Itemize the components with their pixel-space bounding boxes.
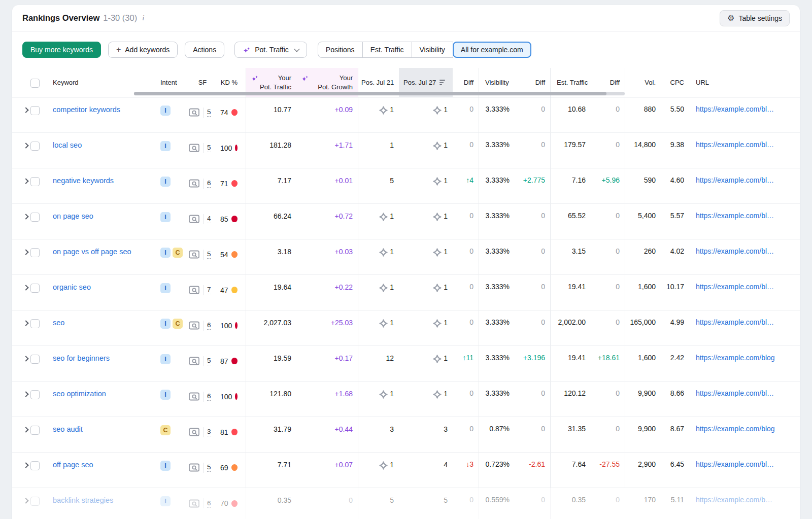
- keyword-link[interactable]: competitor keywords: [53, 105, 120, 114]
- url-link[interactable]: https://example.com/bl…: [696, 141, 774, 149]
- url-link[interactable]: https://example.com/bl…: [696, 389, 774, 397]
- keyword-link[interactable]: on page seo: [53, 212, 93, 220]
- view-tab-positions[interactable]: Positions: [318, 42, 363, 58]
- keyword-link[interactable]: local seo: [53, 141, 82, 149]
- sf-count[interactable]: 5: [207, 108, 211, 117]
- metric-dropdown[interactable]: Pot. Traffic: [234, 42, 307, 58]
- row-checkbox[interactable]: [30, 355, 40, 364]
- keyword-link[interactable]: seo: [53, 318, 64, 327]
- view-tab-visibility[interactable]: Visibility: [412, 42, 453, 58]
- column-header-cpc[interactable]: CPC: [661, 68, 689, 97]
- sf-count[interactable]: 6: [207, 321, 211, 330]
- pos-jul27-cell: 1: [399, 97, 453, 132]
- sf-count[interactable]: 6: [207, 499, 211, 508]
- sf-count[interactable]: 7: [207, 286, 211, 294]
- url-link[interactable]: https://example.com/bl…: [696, 318, 774, 326]
- url-link[interactable]: https://example.com/b…: [696, 496, 772, 504]
- sf-count[interactable]: 5: [207, 463, 211, 472]
- pos-jul21-cell: 5: [358, 488, 399, 519]
- horizontal-scrollbar[interactable]: [134, 92, 625, 95]
- sf-count[interactable]: 5: [207, 250, 211, 259]
- add-keywords-label: Add keywords: [125, 46, 170, 54]
- url-link[interactable]: https://example.com/bl…: [696, 283, 774, 291]
- expand-row-icon[interactable]: [23, 214, 28, 219]
- url-link[interactable]: https://example.com/blog: [696, 354, 775, 362]
- row-checkbox[interactable]: [30, 213, 40, 222]
- url-link[interactable]: https://example.com/bl…: [696, 247, 774, 255]
- row-checkbox[interactable]: [30, 426, 40, 435]
- expand-row-icon[interactable]: [23, 107, 28, 113]
- sf-count[interactable]: 4: [207, 215, 211, 223]
- add-keywords-button[interactable]: + Add keywords: [108, 42, 178, 58]
- buy-more-keywords-button[interactable]: Buy more keywords: [22, 42, 101, 58]
- url-link[interactable]: https://example.com/bl…: [696, 460, 774, 468]
- sf-count[interactable]: 3: [207, 428, 211, 436]
- expand-row-icon[interactable]: [23, 178, 28, 184]
- row-checkbox-cell: [30, 133, 46, 168]
- row-checkbox[interactable]: [30, 461, 40, 470]
- keyword-link[interactable]: backlink strategies: [53, 496, 113, 504]
- url-cell: https://example.com/bl…: [689, 133, 800, 168]
- row-checkbox[interactable]: [30, 497, 40, 506]
- sf-count[interactable]: 5: [207, 357, 211, 365]
- actions-button[interactable]: Actions: [185, 42, 224, 58]
- url-cell: https://example.com/bl…: [689, 168, 800, 203]
- expand-row-icon[interactable]: [23, 427, 28, 432]
- serp-feature-position-icon: [379, 284, 388, 292]
- visibility-diff-cell: 0: [515, 382, 550, 417]
- pos-jul27-cell: 1: [399, 382, 453, 417]
- row-checkbox[interactable]: [30, 390, 40, 399]
- kd-cell: 74: [220, 97, 246, 132]
- divider: [203, 427, 204, 437]
- row-checkbox[interactable]: [30, 284, 40, 293]
- expand-row-icon[interactable]: [23, 356, 28, 361]
- row-checkbox[interactable]: [30, 177, 40, 186]
- intent-badges: I: [160, 496, 171, 506]
- column-header-vol[interactable]: Vol.: [625, 68, 661, 97]
- column-header-url[interactable]: URL: [689, 68, 800, 97]
- row-checkbox[interactable]: [30, 106, 40, 115]
- gear-icon: ⚙: [727, 14, 734, 22]
- serp-features-icon: [189, 250, 199, 259]
- serp-feature-position-icon: [379, 248, 388, 257]
- info-icon[interactable]: i: [142, 14, 144, 22]
- est-traffic-cell: 179.57: [550, 133, 591, 168]
- vol-value: 880: [644, 105, 656, 113]
- view-tab-all-for-domain[interactable]: All for example.com: [453, 42, 531, 58]
- cpc-cell: 9.38: [661, 133, 689, 168]
- keyword-link[interactable]: off page seo: [53, 460, 93, 469]
- keyword-link[interactable]: seo optimization: [53, 389, 106, 398]
- select-all-checkbox[interactable]: [30, 79, 40, 88]
- expand-row-icon[interactable]: [23, 462, 28, 468]
- expand-row-icon[interactable]: [23, 249, 28, 255]
- sf-count[interactable]: 6: [207, 392, 211, 401]
- sf-count[interactable]: 6: [207, 179, 211, 188]
- url-link[interactable]: https://example.com/blog: [696, 425, 775, 433]
- keyword-link[interactable]: seo for beginners: [53, 354, 110, 362]
- keyword-link[interactable]: seo audit: [53, 425, 83, 433]
- est-traffic-value: 0.35: [572, 496, 586, 504]
- expand-row-icon[interactable]: [23, 498, 28, 503]
- expand-row-icon[interactable]: [23, 143, 28, 148]
- row-checkbox[interactable]: [30, 319, 40, 328]
- table-settings-button[interactable]: ⚙ Table settings: [720, 10, 790, 26]
- url-link[interactable]: https://example.com/bl…: [696, 212, 774, 220]
- scrollbar-thumb[interactable]: [134, 92, 606, 95]
- cpc-value: 5.57: [670, 212, 684, 220]
- sf-count[interactable]: 5: [207, 144, 211, 152]
- kd-value: 54: [220, 251, 228, 259]
- expand-row-icon[interactable]: [23, 391, 28, 397]
- view-tab-est-traffic[interactable]: Est. Traffic: [362, 42, 412, 58]
- expand-row-icon[interactable]: [23, 320, 28, 326]
- keyword-link[interactable]: on page vs off page seo: [53, 247, 131, 256]
- url-link[interactable]: https://example.com/bl…: [696, 105, 774, 113]
- divider: [203, 108, 204, 118]
- divider: [203, 392, 204, 402]
- expand-row-icon[interactable]: [23, 285, 28, 290]
- url-link[interactable]: https://example.com/bl…: [696, 176, 774, 184]
- visibility-diff-cell: 0: [515, 133, 550, 168]
- keyword-link[interactable]: negative keywords: [53, 176, 114, 185]
- row-checkbox[interactable]: [30, 248, 40, 257]
- row-checkbox[interactable]: [30, 142, 40, 151]
- keyword-link[interactable]: organic seo: [53, 283, 91, 291]
